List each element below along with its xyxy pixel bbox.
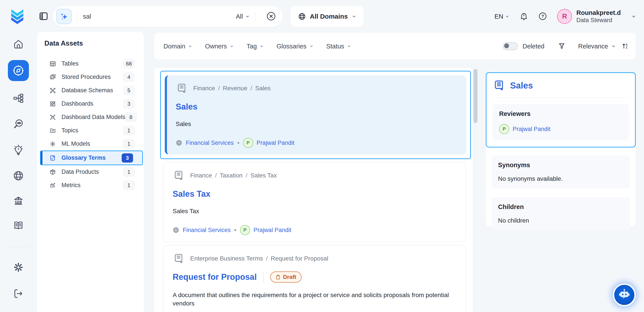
filter-glossaries[interactable]: Glossaries (276, 43, 314, 50)
crumb[interactable]: Sales Tax (250, 172, 277, 179)
result-card-sales-tax[interactable]: Finance/ Taxation/ Sales Tax Sales Tax S… (163, 162, 466, 242)
search-input[interactable] (82, 13, 236, 20)
synonyms-heading: Synonyms (498, 162, 624, 169)
status-badge-label: Draft (283, 274, 296, 280)
term-title-link[interactable]: Sales (176, 102, 198, 111)
detail-header: Sales (492, 79, 629, 98)
robot-icon (617, 288, 631, 302)
result-card-sales-selected[interactable]: Finance/ Revenue/ Sales Sales Sales Fina… (160, 71, 471, 159)
crumb[interactable]: Request for Proposal (271, 255, 328, 262)
glossary-term-card[interactable]: Finance/ Revenue/ Sales Sales Sales Fina… (165, 75, 466, 154)
term-title-link[interactable]: Request for Proposal (173, 272, 257, 282)
filter-owners[interactable]: Owners (205, 43, 234, 50)
asset-type-dashboards[interactable]: Dashboards 3 (37, 97, 144, 110)
sidebar-toggle-button[interactable] (38, 11, 48, 22)
crumb-separator: / (246, 172, 248, 179)
asset-type-topics[interactable]: Topics 1 (37, 124, 144, 137)
asset-type-metrics[interactable]: Metrics 1 (37, 179, 144, 192)
sort-direction-button[interactable]: A Z (622, 42, 629, 50)
crumb[interactable]: Finance (193, 85, 215, 92)
sort-field-dropdown[interactable]: Relevance (578, 43, 616, 50)
asset-type-database-schemas[interactable]: Database Schemas 5 (37, 84, 144, 97)
filter-label: Owners (205, 43, 227, 50)
clipboard-icon (276, 274, 281, 280)
gear-icon[interactable] (13, 262, 24, 273)
help-button[interactable]: ? (538, 12, 547, 21)
reviewer-avatar: P (499, 124, 509, 134)
lightbulb-icon[interactable] (13, 144, 24, 155)
asset-type-dashboard-data-models[interactable]: Dashboard Data Models 8 (37, 110, 144, 124)
filter-tag[interactable]: Tag (246, 43, 264, 50)
term-title-row: Request for Proposal Draft (173, 271, 456, 283)
asset-label: Dashboards (62, 100, 123, 107)
top-bar: All Al (0, 0, 644, 33)
user-avatar: R (557, 9, 572, 24)
crumb[interactable]: Enterprise Business Terms (190, 255, 263, 262)
sort-field-label: Relevance (578, 43, 608, 50)
ml-model-icon (49, 141, 56, 147)
owner-link[interactable]: Prajwal Pandit (257, 139, 294, 146)
bank-icon[interactable] (13, 195, 24, 206)
crumb[interactable]: Sales (255, 85, 270, 92)
reviewer-avatar-initial: P (503, 126, 506, 132)
globe-icon (176, 139, 182, 146)
asset-label: Data Products (62, 169, 123, 175)
chevron-down-icon (245, 14, 250, 19)
asset-type-ml-models[interactable]: ML Models 1 (37, 137, 144, 150)
domain-link[interactable]: Financial Services (186, 139, 234, 146)
owner-link[interactable]: Prajwal Pandit (254, 227, 292, 234)
all-domains-dropdown[interactable]: All Domains (290, 6, 364, 27)
asset-count: 5 (123, 86, 134, 95)
crumb[interactable]: Revenue (223, 85, 247, 92)
crumb-separator: / (250, 85, 252, 92)
asset-count: 1 (123, 167, 134, 177)
asset-label: Tables (62, 60, 123, 67)
owner-avatar: P (243, 138, 253, 148)
bell-icon (520, 12, 528, 21)
crumb-separator: / (266, 255, 268, 262)
domain-link[interactable]: Financial Services (183, 227, 231, 234)
search-scope-dropdown[interactable]: All (236, 13, 250, 20)
filter-bar: Domain Owners Tag Glossaries Status (154, 33, 636, 60)
book-icon (492, 79, 505, 92)
home-icon[interactable] (13, 39, 24, 50)
global-search-bar[interactable]: All (53, 6, 283, 27)
detail-term-title[interactable]: Sales (510, 81, 533, 90)
language-dropdown[interactable]: EN (494, 13, 510, 20)
filter-domain[interactable]: Domain (164, 43, 192, 50)
chat-assistant-button[interactable] (613, 283, 636, 306)
asset-type-glossary-terms-selected[interactable]: Glossary Terms 3 (40, 150, 143, 165)
filter-status[interactable]: Status (326, 43, 351, 50)
filter-label: Tag (246, 43, 257, 50)
svg-text:?: ? (541, 14, 544, 19)
asset-type-stored-procedures[interactable]: Stored Procedures 4 (37, 70, 144, 84)
deleted-toggle[interactable] (503, 42, 518, 50)
reviewer-link[interactable]: Prajwal Pandit (513, 126, 550, 132)
app-logo-icon[interactable] (9, 8, 26, 25)
search-scope-label: All (236, 13, 243, 20)
crumb[interactable]: Taxation (220, 172, 242, 179)
notifications-button[interactable] (520, 12, 528, 21)
asset-type-tables[interactable]: Tables 68 (37, 57, 144, 70)
asset-type-data-products[interactable]: Data Products 1 (37, 165, 144, 179)
search-eye-icon[interactable] (13, 118, 24, 130)
lineage-icon[interactable] (13, 92, 24, 104)
crumb[interactable]: Finance (190, 172, 212, 179)
asset-count: 3 (123, 99, 134, 108)
metric-icon (49, 182, 56, 189)
sparkles-ai-icon[interactable] (56, 9, 72, 24)
logout-icon[interactable] (13, 288, 24, 299)
advanced-filter-button[interactable] (558, 42, 566, 50)
children-heading: Children (498, 203, 624, 211)
open-book-icon[interactable] (12, 220, 24, 231)
nav-explore-active[interactable] (8, 60, 29, 81)
user-menu[interactable]: R Rounakpreet.d Data Steward (557, 9, 621, 24)
results-scrollbar-thumb[interactable] (474, 69, 478, 123)
term-title-link[interactable]: Sales Tax (173, 189, 210, 199)
chevron-down-icon[interactable] (631, 14, 636, 19)
filter-dropdowns: Domain Owners Tag Glossaries Status (164, 43, 351, 50)
globe-icon[interactable] (13, 170, 24, 181)
result-card-request-for-proposal[interactable]: Enterprise Business Terms/ Request for P… (163, 245, 466, 312)
asset-count: 1 (123, 139, 134, 148)
clear-search-button[interactable] (266, 11, 276, 22)
